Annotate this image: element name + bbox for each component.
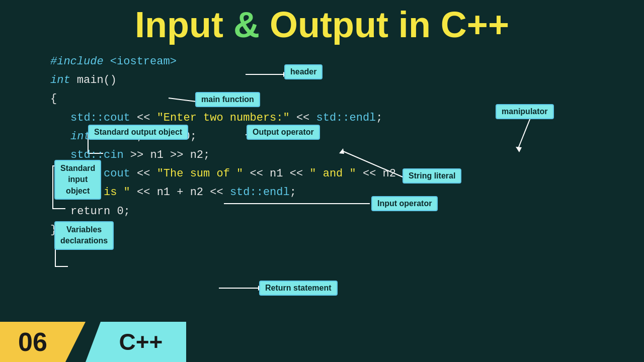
- annotation-manipulator: manipulator: [496, 104, 554, 119]
- annotation-standard-input-object: Standard input object: [54, 160, 101, 200]
- annotation-return-statement: Return statement: [259, 281, 338, 296]
- title-output: Output in C++: [270, 5, 509, 45]
- code-line-cout2: std::cout << "The sum of " << n1 << " an…: [50, 165, 396, 183]
- annotation-header: header: [284, 64, 323, 79]
- episode-number: 06: [0, 322, 65, 362]
- code-area: #include <iostream> int main() { std::co…: [50, 53, 396, 239]
- svg-marker-7: [516, 147, 522, 152]
- annotation-variables-declarations: Variables declarations: [54, 221, 114, 250]
- code-line-cin: std::cin >> n1 >> n2;: [50, 146, 396, 164]
- annotation-input-operator: Input operator: [371, 196, 438, 211]
- annotation-main-function: main function: [195, 92, 260, 107]
- bottom-badge: 06 C++: [0, 322, 186, 362]
- code-line-cout3: << " is " << n1 + n2 << std::endl ;: [50, 184, 396, 201]
- code-line-return: return 0;: [50, 203, 396, 220]
- title-amp: &: [233, 5, 270, 45]
- annotation-string-literal: String literal: [403, 168, 461, 184]
- annotation-output-operator: Output operator: [247, 125, 320, 140]
- code-line-main: int main(): [50, 71, 396, 89]
- title-input: Input: [135, 5, 233, 45]
- code-line-cout1: std::cout << "Enter two numbers:" << std…: [50, 109, 396, 127]
- badge-slash-divider: [65, 322, 86, 362]
- page-title: Input & Output in C++: [0, 0, 644, 45]
- code-line-include: #include <iostream>: [50, 53, 396, 70]
- annotation-standard-output-object: Standard output object: [88, 125, 188, 140]
- badge-language: C++: [86, 322, 186, 362]
